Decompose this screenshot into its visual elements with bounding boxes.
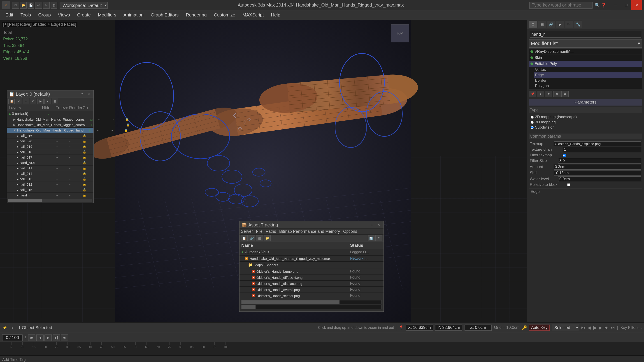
pin-button[interactable]: 📌: [529, 91, 536, 97]
layer-delete-btn[interactable]: ✕: [16, 99, 22, 104]
menu-item-edit[interactable]: Edit: [2, 11, 16, 18]
sub-vertex[interactable]: Vertex: [534, 67, 642, 72]
relative-bbox-checkbox[interactable]: [567, 183, 570, 186]
asset-menu-file[interactable]: File: [256, 229, 262, 234]
search-icon[interactable]: 🔍: [595, 3, 600, 8]
close-button[interactable]: ✕: [631, 0, 642, 10]
asset-menu-options[interactable]: Options: [343, 229, 357, 234]
menu-item-group[interactable]: Group: [35, 11, 54, 18]
new-button[interactable]: □: [12, 2, 19, 8]
asset-help-btn[interactable]: ?: [376, 235, 382, 241]
layer-scrollbar[interactable]: [8, 199, 92, 202]
menu-item-rendering[interactable]: Rendering: [182, 11, 210, 18]
motion-icon-button[interactable]: ▶: [556, 21, 564, 28]
asset-row[interactable]: ■ Oldster's_Hands_scatter.png Found: [240, 293, 384, 299]
y-coord[interactable]: Y: 32.664cm: [435, 325, 462, 331]
menu-item-views[interactable]: Views: [55, 11, 73, 18]
modifier-icon-button[interactable]: ▦: [538, 21, 546, 28]
layer-row[interactable]: ▸ nail_015 ··· ··· 🔒: [7, 187, 94, 193]
asset-btn-2[interactable]: 🔗: [248, 235, 255, 241]
amount-input[interactable]: [554, 164, 641, 170]
asset-panel-maximize[interactable]: □: [369, 222, 375, 227]
asset-row[interactable]: ■ Oldster's_Hands_displace.png Found: [240, 281, 384, 287]
sub-border[interactable]: Border: [534, 78, 642, 83]
water-level-input[interactable]: [558, 176, 641, 182]
shift-input[interactable]: [554, 170, 641, 176]
layer-move-down-btn[interactable]: ⚙: [30, 99, 36, 104]
menu-item-modifiers[interactable]: Modifiers: [95, 11, 120, 18]
time-first-btn[interactable]: ⏮: [28, 335, 36, 341]
sub-edge[interactable]: Edge: [534, 72, 642, 78]
layer-row[interactable]: ▸ hand_r001 ··· ··· 🔒: [7, 160, 94, 166]
layer-row[interactable]: ▼ Handshake_Old_Man_Hands_Rigged_hand □ …: [7, 128, 94, 133]
texmap-input[interactable]: [554, 141, 641, 146]
modifier-vray[interactable]: VRayDisplacementM...: [529, 49, 642, 55]
asset-row[interactable]: ● Autodesk Vault Logged O...: [240, 249, 384, 256]
layer-row[interactable]: ▸ nail_018 ··· ··· 🔒: [7, 149, 94, 155]
key-filters-label[interactable]: Key Filters...: [620, 326, 642, 330]
layer-collapse-btn[interactable]: ▲: [44, 99, 51, 104]
layer-row[interactable]: ▸ nail_017 ··· ··· 🔒: [7, 155, 94, 160]
properties-icon-button[interactable]: ⚙: [529, 21, 537, 28]
asset-row[interactable]: M Handshake_Old_Man_Hands_Rigged_vray_ma…: [240, 256, 384, 262]
object-name-input[interactable]: [530, 31, 641, 38]
move-down-button[interactable]: ▼: [545, 91, 552, 97]
play-btn[interactable]: ▶: [593, 325, 597, 331]
modifier-editable-poly[interactable]: Editable Poly: [529, 61, 642, 67]
sub-polygon[interactable]: Polygon: [534, 83, 642, 89]
menu-item-maxscript[interactable]: MAXScript: [239, 11, 267, 18]
layer-row[interactable]: ▸ nail_014 ··· ··· 🔒: [7, 171, 94, 176]
save-button[interactable]: 💾: [28, 2, 34, 8]
frame-display[interactable]: 0 / 100: [2, 335, 22, 341]
modifier-list-dropdown[interactable]: Modifier List ▾: [529, 39, 642, 47]
layer-settings-btn[interactable]: ▦: [52, 99, 58, 104]
utilities-icon-button[interactable]: 🔧: [574, 21, 582, 28]
display-icon-button[interactable]: 👁: [565, 21, 573, 28]
layer-row[interactable]: ▶ Handshake_Old_Man_Hands_Rigged_control…: [7, 122, 94, 128]
menu-item-animation[interactable]: Animation: [120, 11, 147, 18]
timeline-bar[interactable]: 5 10 15 20 25 30 35 40 45 50 5: [0, 342, 644, 356]
asset-btn-4[interactable]: 📁: [264, 235, 271, 241]
layer-row[interactable]: ▸ nail_016 ··· ··· 🔒: [7, 133, 94, 138]
z-coord[interactable]: Z: 0.0cm: [464, 325, 492, 331]
time-prev-btn[interactable]: ◀: [36, 335, 44, 341]
filter-texmap-checkbox[interactable]: [563, 154, 566, 157]
layer-row[interactable]: ▸ nail_013 ··· ··· 🔒: [7, 176, 94, 182]
asset-row[interactable]: ■ Oldster's_Hands_overall.png Found: [240, 287, 384, 293]
asset-row[interactable]: ■ Oldster's_Hands_diffuse 4.png Found: [240, 275, 384, 281]
layer-row[interactable]: ▸ nail_012 ··· ··· 🔒: [7, 182, 94, 187]
auto-key-button[interactable]: Auto Key: [529, 325, 550, 331]
maximize-button[interactable]: □: [621, 0, 631, 10]
layer-row[interactable]: ▸ nail_020 ··· ··· 🔒: [7, 138, 94, 144]
render-button[interactable]: ▦: [50, 2, 57, 8]
selected-dropdown[interactable]: Selected: [552, 325, 579, 331]
menu-item-help[interactable]: Help: [268, 11, 284, 18]
asset-row[interactable]: 📁 Maps / Shaders: [240, 262, 384, 268]
end-btn[interactable]: ⏭: [611, 325, 615, 330]
menu-item-tools[interactable]: Tools: [17, 11, 34, 18]
hierarchy-icon-button[interactable]: 🔗: [547, 21, 555, 28]
layer-expand-btn[interactable]: ▶: [37, 99, 44, 104]
asset-menu-bitmap[interactable]: Bitmap Performance and Memory: [279, 229, 340, 234]
type-3d-radio[interactable]: [531, 121, 534, 124]
asset-menu-paths[interactable]: Paths: [266, 229, 276, 234]
time-play-btn[interactable]: ▶: [44, 335, 52, 341]
menu-item-customize[interactable]: Customize: [211, 11, 238, 18]
layer-add-btn[interactable]: 📋: [8, 99, 15, 104]
move-up-button[interactable]: ▲: [537, 91, 544, 97]
asset-row[interactable]: ■ Oldster's_Hands_bump.png Found: [240, 268, 384, 275]
help-icon[interactable]: ❓: [601, 3, 606, 8]
modifier-skin[interactable]: Skin: [529, 55, 642, 61]
menu-item-create[interactable]: Create: [74, 11, 94, 18]
redo-button[interactable]: ↪: [43, 2, 50, 8]
layer-row[interactable]: ▶ 0 (default) ✓ ··· ···: [7, 111, 94, 117]
layer-row[interactable]: ▸ nail_011 ··· ··· 🔒: [7, 166, 94, 171]
menu-item-graph-editors[interactable]: Graph Editors: [148, 11, 182, 18]
asset-menu-server[interactable]: Server: [241, 229, 253, 234]
next-key-btn[interactable]: ▶: [599, 325, 602, 330]
type-2d-radio[interactable]: [531, 116, 534, 119]
type-subdivision-radio[interactable]: [531, 126, 534, 129]
layer-panel-help[interactable]: ?: [79, 92, 85, 96]
undo-button[interactable]: ↩: [35, 2, 42, 8]
prev-key-btn[interactable]: ◀: [588, 325, 591, 330]
